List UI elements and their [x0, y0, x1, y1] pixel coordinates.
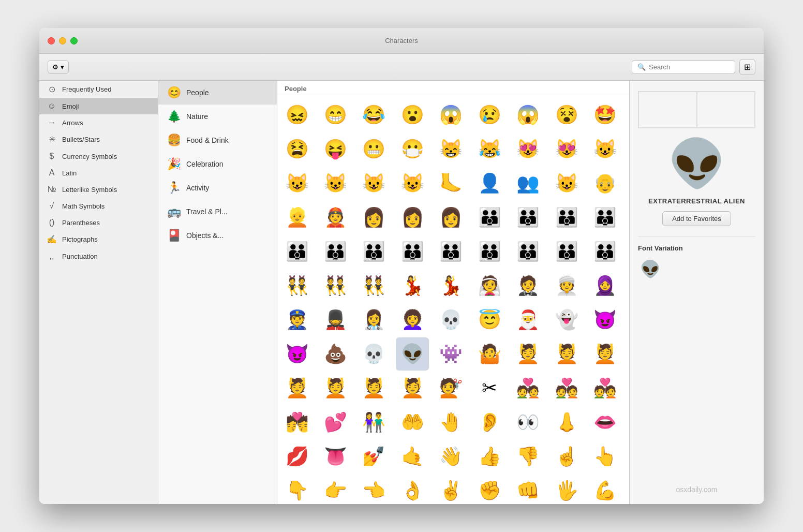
- subcategory-item-travel[interactable]: 🚌Travel & Pl...: [158, 200, 277, 224]
- emoji-cell[interactable]: 😺: [358, 167, 391, 200]
- emoji-cell[interactable]: 😺: [550, 167, 583, 200]
- emoji-cell[interactable]: 👆: [589, 440, 622, 473]
- sidebar-item-math-symbols[interactable]: √Math Symbols: [39, 198, 158, 214]
- close-button[interactable]: [48, 37, 55, 45]
- emoji-cell[interactable]: 💆: [589, 337, 622, 371]
- subcategory-item-people[interactable]: 😊People: [158, 81, 277, 105]
- emoji-cell[interactable]: 😺: [589, 132, 622, 166]
- emoji-cell[interactable]: 🤙: [396, 440, 429, 473]
- emoji-cell[interactable]: 💅: [358, 440, 391, 473]
- emoji-cell[interactable]: 💕: [319, 406, 352, 439]
- emoji-cell[interactable]: 👯: [358, 269, 391, 302]
- emoji-cell[interactable]: 😺: [396, 167, 429, 200]
- emoji-cell[interactable]: 🎅: [512, 303, 545, 336]
- emoji-cell[interactable]: 💑: [512, 372, 545, 405]
- sidebar-item-pictographs[interactable]: ✍Pictographs: [39, 231, 158, 248]
- emoji-cell[interactable]: 💏: [280, 406, 314, 439]
- subcategory-item-activity[interactable]: 🏃Activity: [158, 176, 277, 200]
- emoji-cell[interactable]: 💩: [319, 337, 352, 371]
- emoji-cell[interactable]: 👥: [512, 167, 545, 200]
- emoji-cell[interactable]: 😇: [473, 303, 506, 336]
- emoji-cell[interactable]: 👪: [589, 235, 622, 268]
- emoji-cell[interactable]: 💆: [280, 372, 314, 405]
- emoji-cell[interactable]: 👲: [319, 201, 352, 234]
- emoji-cell[interactable]: 👂: [473, 406, 506, 439]
- emoji-cell[interactable]: 💃: [396, 269, 429, 302]
- emoji-cell[interactable]: 👾: [435, 337, 468, 371]
- emoji-cell[interactable]: 👩‍⚕️: [358, 303, 391, 336]
- emoji-cell[interactable]: 👽: [396, 337, 429, 371]
- emoji-cell[interactable]: 👪: [435, 235, 468, 268]
- emoji-cell[interactable]: ☝: [550, 440, 583, 473]
- emoji-cell[interactable]: 👪: [473, 235, 506, 268]
- emoji-cell[interactable]: 😢: [473, 98, 506, 131]
- emoji-cell[interactable]: 👩: [358, 201, 391, 234]
- emoji-cell[interactable]: 👩: [435, 201, 468, 234]
- emoji-cell[interactable]: 🤩: [589, 98, 622, 131]
- emoji-cell[interactable]: 😱: [435, 98, 468, 131]
- emoji-cell[interactable]: 👄: [589, 406, 622, 439]
- emoji-cell[interactable]: 💇: [435, 372, 468, 405]
- sidebar-item-latin[interactable]: ALatin: [39, 165, 158, 181]
- emoji-cell[interactable]: 👴: [589, 167, 622, 200]
- emoji-cell[interactable]: 😺: [280, 167, 314, 200]
- emoji-cell[interactable]: 👩: [396, 201, 429, 234]
- add-favorites-button[interactable]: Add to Favorites: [662, 211, 731, 226]
- emoji-cell[interactable]: 💋: [280, 440, 314, 473]
- maximize-button[interactable]: [70, 37, 78, 45]
- emoji-cell[interactable]: 👇: [280, 474, 314, 504]
- sidebar-item-parentheses[interactable]: ()Parentheses: [39, 214, 158, 231]
- emoji-cell[interactable]: 👪: [473, 201, 506, 234]
- emoji-cell[interactable]: ✂: [473, 372, 506, 405]
- emoji-cell[interactable]: 💀: [358, 337, 391, 371]
- emoji-cell[interactable]: 👮: [280, 303, 314, 336]
- emoji-cell[interactable]: 😫: [280, 132, 314, 166]
- emoji-cell[interactable]: 👪: [358, 235, 391, 268]
- emoji-cell[interactable]: 👀: [512, 406, 545, 439]
- sidebar-item-punctuation[interactable]: ,,Punctuation: [39, 248, 158, 264]
- emoji-cell[interactable]: 😈: [589, 303, 622, 336]
- font-variation-cell[interactable]: 👽: [638, 257, 663, 281]
- emoji-cell[interactable]: 🖐: [550, 474, 583, 504]
- emoji-cell[interactable]: 💀: [435, 303, 468, 336]
- subcategory-item-celebration[interactable]: 🎉Celebration: [158, 152, 277, 176]
- emoji-cell[interactable]: 👫: [358, 406, 391, 439]
- emoji-cell[interactable]: 🤲: [396, 406, 429, 439]
- emoji-cell[interactable]: 🧕: [589, 269, 622, 302]
- sidebar-item-currency-symbols[interactable]: $Currency Symbols: [39, 148, 158, 165]
- emoji-cell[interactable]: 👋: [435, 440, 468, 473]
- emoji-cell[interactable]: 💂: [319, 303, 352, 336]
- sidebar-item-emoji[interactable]: ☺Emoji: [39, 98, 158, 114]
- emoji-cell[interactable]: 😸: [435, 132, 468, 166]
- emoji-cell[interactable]: ✌: [435, 474, 468, 504]
- emoji-cell[interactable]: 😂: [358, 98, 391, 131]
- emoji-cell[interactable]: 👪: [512, 201, 545, 234]
- sidebar-item-arrows[interactable]: →Arrows: [39, 114, 158, 131]
- emoji-cell[interactable]: 😺: [319, 167, 352, 200]
- emoji-cell[interactable]: 💆: [550, 337, 583, 371]
- emoji-cell[interactable]: 🤷: [473, 337, 506, 371]
- emoji-cell[interactable]: 👪: [319, 235, 352, 268]
- emoji-cell[interactable]: 👪: [280, 235, 314, 268]
- emoji-cell[interactable]: 💃: [435, 269, 468, 302]
- emoji-cell[interactable]: ✊: [473, 474, 506, 504]
- subcategory-item-objects[interactable]: 🎴Objects &...: [158, 224, 277, 247]
- emoji-cell[interactable]: 👃: [550, 406, 583, 439]
- emoji-cell[interactable]: 💪: [589, 474, 622, 504]
- emoji-cell[interactable]: 🤚: [435, 406, 468, 439]
- emoji-cell[interactable]: 👪: [550, 201, 583, 234]
- emoji-cell[interactable]: 💆: [396, 372, 429, 405]
- emoji-cell[interactable]: 👳: [550, 269, 583, 302]
- emoji-cell[interactable]: 👪: [396, 235, 429, 268]
- emoji-cell[interactable]: 👉: [319, 474, 352, 504]
- emoji-cell[interactable]: 👯: [319, 269, 352, 302]
- emoji-cell[interactable]: 👪: [512, 235, 545, 268]
- emoji-cell[interactable]: 👌: [396, 474, 429, 504]
- emoji-cell[interactable]: 👩‍🦱: [396, 303, 429, 336]
- emoji-cell[interactable]: 👊: [512, 474, 545, 504]
- emoji-cell[interactable]: 😁: [319, 98, 352, 131]
- emoji-cell[interactable]: 😬: [358, 132, 391, 166]
- emoji-cell[interactable]: 👅: [319, 440, 352, 473]
- emoji-cell[interactable]: 💆: [512, 337, 545, 371]
- emoji-cell[interactable]: 👰: [473, 269, 506, 302]
